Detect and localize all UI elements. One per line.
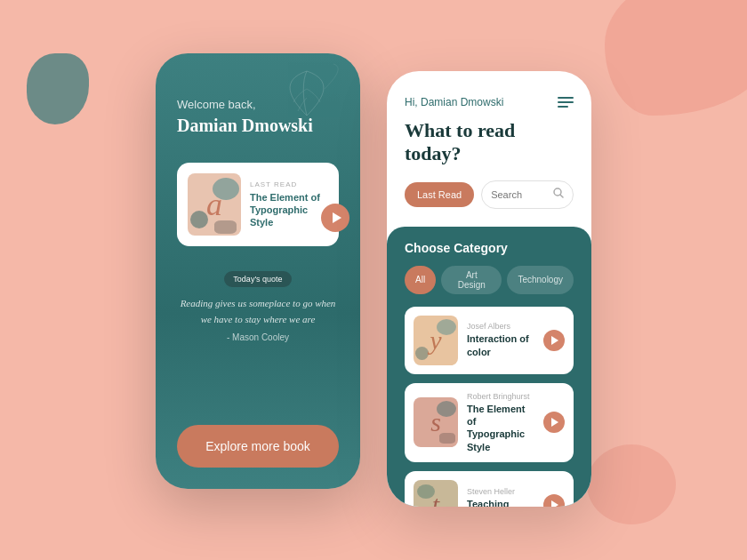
book-list-info-1: Josef Albers Interaction of color xyxy=(467,322,534,358)
list-item: s Robert Bringhurst The Element of Typog… xyxy=(405,383,574,462)
book-list-thumbnail-1: y xyxy=(414,316,458,365)
tab-all[interactable]: All xyxy=(405,266,436,294)
book-letter-t: t xyxy=(432,490,439,507)
play-button[interactable] xyxy=(321,204,349,232)
right-phone-content: Hi, Damian Dmowski What to read today? L… xyxy=(387,71,591,507)
list-item: t Steven Heller Teaching Graphic xyxy=(405,471,574,507)
book-title: The Element of Typographic Style xyxy=(250,191,328,229)
right-header: Hi, Damian Dmowski xyxy=(405,96,574,108)
thumb-deco4 xyxy=(439,433,455,444)
book-list-info-3: Steven Heller Teaching Graphic xyxy=(467,487,534,507)
search-icon xyxy=(553,188,564,202)
quote-author: - Mason Cooley xyxy=(177,332,339,342)
book-letter-y: y xyxy=(430,325,441,356)
menu-bar-3 xyxy=(558,106,568,108)
book-list: y Josef Albers Interaction of color s xyxy=(405,307,574,507)
bg-blob-bottom-right xyxy=(587,444,676,524)
book-author-3: Steven Heller xyxy=(467,487,534,496)
bg-blob-top-right xyxy=(605,0,747,116)
book-thumbnail: a xyxy=(188,173,241,236)
menu-icon[interactable] xyxy=(558,97,574,108)
book-title-3: Teaching Graphic xyxy=(467,498,534,507)
category-section: Choose Category All Art Design Technolog… xyxy=(387,227,591,507)
search-input[interactable] xyxy=(491,189,549,200)
book-play-button-1[interactable] xyxy=(543,330,565,351)
tab-art-design[interactable]: Art Design xyxy=(441,266,502,294)
menu-bar-1 xyxy=(558,97,574,99)
book-author-1: Josef Albers xyxy=(467,322,534,331)
last-read-label: LAST READ xyxy=(250,180,328,188)
category-title: Choose Category xyxy=(405,241,574,255)
greeting-text: Hi, Damian Dmowski xyxy=(405,96,503,108)
last-read-button[interactable]: Last Read xyxy=(405,182,474,207)
quote-badge: Today's quote xyxy=(224,271,291,287)
category-tabs: All Art Design Technology xyxy=(405,266,574,294)
book-list-info-2: Robert Bringhurst The Element of Typogra… xyxy=(467,392,534,453)
explore-button[interactable]: Explore more book xyxy=(177,425,339,468)
book-play-button-2[interactable] xyxy=(543,412,565,433)
phone-right: Hi, Damian Dmowski What to read today? L… xyxy=(387,71,591,507)
leaf-decoration-icon xyxy=(271,62,342,124)
book-list-thumbnail-2: s xyxy=(414,397,458,447)
search-row: Last Read xyxy=(405,180,574,209)
phone-left: Welcome back, Damian Dmowski a LAST READ… xyxy=(156,53,360,489)
book-list-thumbnail-3: t xyxy=(414,480,458,507)
book-info: LAST READ The Element of Typographic Sty… xyxy=(250,180,328,229)
menu-bar-2 xyxy=(558,101,574,103)
book-author-2: Robert Bringhurst xyxy=(467,392,534,401)
tab-technology[interactable]: Technology xyxy=(507,266,574,294)
thumb-deco2 xyxy=(415,347,429,360)
book-title-2: The Element of Typographic Style xyxy=(467,403,534,453)
book-play-button-3[interactable] xyxy=(543,494,565,507)
bg-blob-left xyxy=(27,53,89,124)
thumb-shape-2 xyxy=(190,211,208,228)
book-thumb-letter: a xyxy=(206,186,222,223)
book-letter-s: s xyxy=(430,407,441,437)
quote-section: Today's quote Reading gives us someplace… xyxy=(177,269,339,342)
search-box[interactable] xyxy=(481,180,574,209)
page-title: What to read today? xyxy=(405,119,574,166)
list-item: y Josef Albers Interaction of color xyxy=(405,307,574,374)
quote-text: Reading gives us someplace to go when we… xyxy=(177,296,339,327)
book-title-1: Interaction of color xyxy=(467,332,534,358)
svg-line-1 xyxy=(560,195,563,197)
last-read-card: a LAST READ The Element of Typographic S… xyxy=(177,163,339,246)
